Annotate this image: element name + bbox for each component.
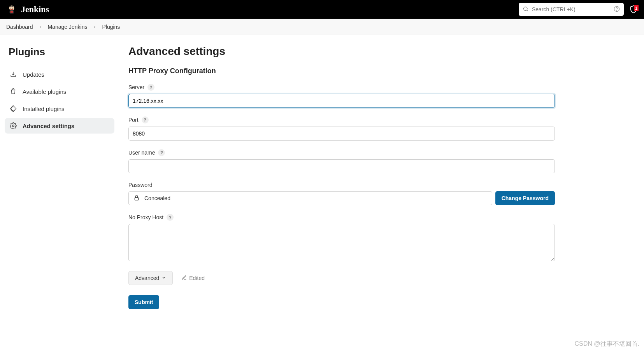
help-icon[interactable]: ? bbox=[167, 214, 174, 221]
edited-label: Edited bbox=[189, 275, 205, 281]
form-group-username: User name ? bbox=[128, 149, 555, 173]
chevron-right-icon bbox=[39, 24, 42, 30]
label-row: Port ? bbox=[128, 116, 555, 123]
sidebar-item-advanced-settings[interactable]: Advanced settings bbox=[5, 118, 114, 134]
password-row: Concealed Change Password bbox=[128, 191, 555, 205]
sidebar-item-updates[interactable]: Updates bbox=[5, 67, 114, 82]
form-group-server: Server ? bbox=[128, 84, 555, 108]
server-label: Server bbox=[128, 84, 144, 90]
svg-line-6 bbox=[527, 10, 528, 11]
username-input[interactable] bbox=[128, 159, 555, 173]
help-icon[interactable]: ? bbox=[158, 149, 165, 156]
help-icon[interactable]: ? bbox=[147, 84, 154, 91]
breadcrumb: Dashboard Manage Jenkins Plugins bbox=[0, 19, 644, 35]
breadcrumb-manage-jenkins[interactable]: Manage Jenkins bbox=[48, 24, 88, 30]
svg-point-5 bbox=[524, 7, 527, 10]
pencil-icon bbox=[181, 275, 187, 282]
footer-row: Advanced Edited bbox=[128, 271, 555, 285]
server-input[interactable] bbox=[128, 94, 555, 108]
submit-button[interactable]: Submit bbox=[128, 295, 159, 309]
sidebar-item-label: Advanced settings bbox=[23, 123, 74, 129]
shield-icon[interactable]: 1 bbox=[629, 5, 638, 14]
form-group-port: Port ? bbox=[128, 116, 555, 141]
edited-indicator: Edited bbox=[181, 275, 205, 282]
search-box[interactable] bbox=[519, 3, 624, 16]
notification-badge: 1 bbox=[634, 5, 639, 11]
sidebar-title: Plugins bbox=[5, 43, 114, 67]
help-icon[interactable]: ? bbox=[142, 116, 149, 123]
container: Plugins Updates Available plugins Instal… bbox=[0, 35, 644, 325]
form-group-noproxy: No Proxy Host ? bbox=[128, 214, 555, 262]
port-input[interactable] bbox=[128, 127, 555, 141]
sidebar-item-installed-plugins[interactable]: Installed plugins bbox=[5, 101, 114, 116]
section-title: HTTP Proxy Configuration bbox=[128, 67, 555, 75]
lock-icon bbox=[133, 195, 140, 202]
header-left: Jenkins bbox=[6, 4, 49, 15]
svg-point-9 bbox=[12, 125, 14, 127]
svg-point-8 bbox=[616, 10, 617, 10]
svg-point-1 bbox=[11, 8, 11, 9]
search-help-icon[interactable] bbox=[614, 6, 620, 13]
sidebar-item-available-plugins[interactable]: Available plugins bbox=[5, 84, 114, 99]
shopping-bag-icon bbox=[9, 88, 17, 95]
plugin-icon bbox=[9, 105, 17, 113]
label-row: Server ? bbox=[128, 84, 555, 91]
advanced-label: Advanced bbox=[135, 275, 159, 281]
main: Advanced settings HTTP Proxy Configurati… bbox=[119, 35, 567, 325]
noproxy-textarea[interactable] bbox=[128, 224, 555, 261]
sidebar: Plugins Updates Available plugins Instal… bbox=[0, 35, 119, 325]
password-label: Password bbox=[128, 182, 152, 188]
header-right: 1 bbox=[519, 3, 638, 16]
gear-icon bbox=[9, 122, 17, 130]
sidebar-item-label: Available plugins bbox=[23, 88, 66, 95]
concealed-text: Concealed bbox=[144, 195, 170, 201]
breadcrumb-plugins[interactable]: Plugins bbox=[102, 24, 120, 30]
page-title: Advanced settings bbox=[128, 45, 555, 58]
sidebar-item-label: Updates bbox=[23, 71, 44, 78]
svg-point-2 bbox=[12, 8, 13, 9]
advanced-button[interactable]: Advanced bbox=[128, 271, 173, 285]
password-concealed-box: Concealed bbox=[128, 191, 492, 205]
label-row: No Proxy Host ? bbox=[128, 214, 555, 221]
username-label: User name bbox=[128, 150, 155, 156]
port-label: Port bbox=[128, 117, 139, 123]
svg-rect-4 bbox=[11, 11, 13, 12]
svg-rect-10 bbox=[135, 197, 138, 200]
sidebar-item-label: Installed plugins bbox=[23, 106, 65, 112]
brand-text[interactable]: Jenkins bbox=[21, 4, 49, 14]
breadcrumb-dashboard[interactable]: Dashboard bbox=[6, 24, 33, 30]
search-input[interactable] bbox=[532, 6, 611, 12]
noproxy-label: No Proxy Host bbox=[128, 214, 163, 220]
chevron-down-icon bbox=[161, 275, 166, 281]
change-password-button[interactable]: Change Password bbox=[495, 191, 555, 205]
header: Jenkins 1 bbox=[0, 0, 644, 19]
jenkins-logo-icon[interactable] bbox=[6, 4, 17, 15]
download-icon bbox=[9, 70, 17, 78]
label-row: User name ? bbox=[128, 149, 555, 156]
form-group-password: Password Concealed Change Password bbox=[128, 182, 555, 205]
search-icon bbox=[523, 6, 529, 13]
chevron-right-icon bbox=[93, 24, 97, 30]
label-row: Password bbox=[128, 182, 555, 188]
